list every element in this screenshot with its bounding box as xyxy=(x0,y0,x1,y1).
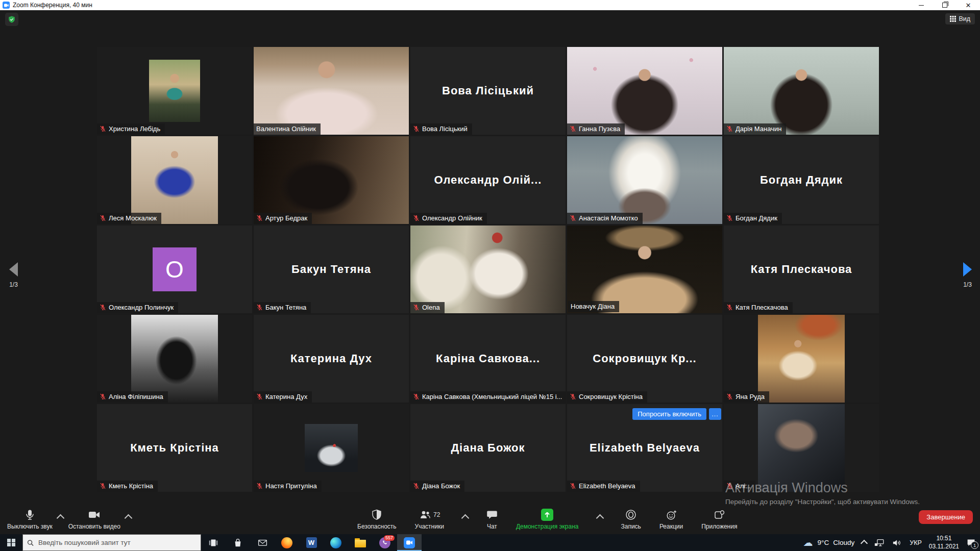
app-word[interactable]: W xyxy=(299,534,324,551)
participant-photo xyxy=(149,60,200,122)
participant-tile[interactable]: Вова ЛісіцькийВова Лісіцький xyxy=(410,47,566,135)
microphone-icon xyxy=(24,509,36,520)
request-unmute-bar: Попросить включить... xyxy=(632,408,721,420)
ask-to-unmute-more-button[interactable]: ... xyxy=(709,408,721,420)
search-input[interactable] xyxy=(37,538,197,547)
participant-tile[interactable]: Валентина Олійник xyxy=(254,47,409,135)
muted-mic-icon xyxy=(100,215,106,221)
next-page-button[interactable]: 1/3 xyxy=(963,262,972,288)
participant-name-large: Бакун Тетяна xyxy=(254,226,409,313)
participant-avatar-area: О xyxy=(97,226,252,313)
participant-video xyxy=(567,226,722,313)
network-icon[interactable] xyxy=(874,538,885,548)
camera-icon xyxy=(88,509,100,520)
participant-photo-area xyxy=(724,315,879,403)
record-button[interactable]: Запись xyxy=(621,509,641,530)
participant-tile[interactable]: Катерина ДухКатерина Дух xyxy=(254,315,409,403)
zoom-toolbar: Выключить звук Остановить видео Безопасн… xyxy=(0,506,980,534)
record-icon xyxy=(625,509,636,520)
participant-name-label: Сокровищук Крістіна xyxy=(567,391,647,403)
view-button-label: Вид xyxy=(959,15,970,22)
participants-button[interactable]: 72 Участники xyxy=(415,509,444,530)
muted-mic-icon xyxy=(570,483,576,489)
mute-button[interactable]: Выключить звук xyxy=(7,509,53,530)
view-button[interactable]: Вид xyxy=(945,13,975,24)
share-screen-button[interactable]: Демонстрация экрана xyxy=(516,509,579,530)
tray-clock[interactable]: 10:51 03.11.2021 xyxy=(929,535,959,550)
participant-tile[interactable]: Леся Москалюк xyxy=(97,136,252,224)
notification-center-button[interactable]: 1 xyxy=(966,538,976,547)
participant-tile[interactable]: Бакун ТетянаБакун Тетяна xyxy=(254,226,409,313)
task-view-button[interactable] xyxy=(201,534,226,551)
restore-button[interactable] xyxy=(933,0,957,10)
participant-tile[interactable]: Дарія Маначин xyxy=(724,47,879,135)
participant-tile[interactable]: Кметь КрістінаКметь Крістіна xyxy=(97,404,252,492)
participant-tile[interactable]: Богдан ДядикБогдан Дядик xyxy=(724,136,879,224)
participant-name-label: Вова Лісіцький xyxy=(410,123,472,135)
participant-tile[interactable]: Сокровищук Кр...Сокровищук Крістіна xyxy=(567,315,722,403)
participant-tile[interactable]: Алі... xyxy=(724,404,879,492)
weather-condition: Cloudy xyxy=(833,539,854,546)
security-button[interactable]: Безопасность xyxy=(357,509,397,530)
participant-tile[interactable]: Olena xyxy=(410,226,566,313)
start-button[interactable] xyxy=(0,534,22,551)
participant-tile[interactable]: Ганна Пузєва xyxy=(567,47,722,135)
muted-mic-icon xyxy=(413,483,420,489)
minimize-button[interactable] xyxy=(910,0,933,10)
participant-name-label: Богдан Дядик xyxy=(724,213,782,224)
participant-tile[interactable]: Діана БожокДіана Божок xyxy=(410,404,566,492)
taskbar-search[interactable] xyxy=(22,534,201,551)
stop-video-button[interactable]: Остановить видео xyxy=(68,509,120,530)
end-meeting-button[interactable]: Завершение xyxy=(919,510,973,524)
participant-tile[interactable]: Анастасія Момотко xyxy=(567,136,722,224)
app-file-explorer[interactable] xyxy=(348,534,373,551)
participant-tile[interactable]: Аліна Філіпишина xyxy=(97,315,252,403)
app-edge[interactable] xyxy=(324,534,348,551)
participant-tile[interactable]: Настя Притуліна xyxy=(254,404,409,492)
app-viber[interactable]: 557 xyxy=(373,534,397,551)
participant-tile[interactable]: Катя ПлескачоваКатя Плескачова xyxy=(724,226,879,313)
participant-name: Elizabeth Belyaeva xyxy=(579,482,635,490)
hidden-icons-chevron[interactable] xyxy=(861,540,868,547)
page-indicator: 1/3 xyxy=(9,281,18,288)
participant-tile[interactable]: Яна Руда xyxy=(724,315,879,403)
participant-tile[interactable]: Новачук Діана xyxy=(567,226,722,313)
participant-photo-area xyxy=(97,315,252,403)
share-screen-label: Демонстрация экрана xyxy=(516,523,579,530)
app-mail[interactable] xyxy=(250,534,275,551)
close-button[interactable]: ✕ xyxy=(957,0,980,10)
apps-label: Приложения xyxy=(701,523,737,530)
participant-photo-area xyxy=(724,404,879,492)
muted-mic-icon xyxy=(726,126,733,132)
muted-mic-icon xyxy=(256,304,263,311)
reactions-button[interactable]: Реакции xyxy=(659,509,683,530)
window-titlebar: Zoom Конференция, 40 мин ✕ xyxy=(0,0,980,10)
participant-tile[interactable]: ООлександр Полинчук xyxy=(97,226,252,313)
meeting-security-shield[interactable] xyxy=(5,13,18,26)
participant-tile[interactable]: Артур Бедрак xyxy=(254,136,409,224)
apps-button[interactable]: Приложения xyxy=(701,509,737,530)
participant-name-label: Каріна Савкова (Хмельницький ліцей №15 і… xyxy=(410,391,566,403)
ask-to-unmute-button[interactable]: Попросить включить xyxy=(632,408,706,420)
participant-name: Ганна Пузєва xyxy=(579,125,620,133)
participant-name-large: Каріна Савкова... xyxy=(410,315,566,403)
app-store[interactable] xyxy=(226,534,250,551)
tray-weather[interactable]: ☁ 9°C Cloudy xyxy=(803,538,855,547)
app-firefox[interactable] xyxy=(275,534,299,551)
participant-tile[interactable]: Христина Лебідь xyxy=(97,47,252,135)
participants-options-chevron[interactable] xyxy=(461,514,470,522)
participant-tile[interactable]: Каріна Савкова...Каріна Савкова (Хмельни… xyxy=(410,315,566,403)
weather-temp: 9°C xyxy=(818,539,829,546)
app-zoom-active[interactable] xyxy=(397,534,422,551)
prev-page-button[interactable]: 1/3 xyxy=(9,262,18,288)
participant-name-label: Валентина Олійник xyxy=(254,123,321,135)
volume-icon[interactable] xyxy=(892,538,902,547)
chat-button[interactable]: Чат xyxy=(486,509,498,530)
language-indicator[interactable]: УКР xyxy=(910,539,922,546)
participant-tile[interactable]: Elizabeth BelyaevaПопросить включить...E… xyxy=(567,404,722,492)
participant-name-label: Olena xyxy=(410,302,445,313)
mute-options-chevron[interactable] xyxy=(56,514,64,522)
video-options-chevron[interactable] xyxy=(125,514,133,522)
participant-tile[interactable]: Олександр Олій...Олександр Олійник xyxy=(410,136,566,224)
share-options-chevron[interactable] xyxy=(596,514,604,522)
